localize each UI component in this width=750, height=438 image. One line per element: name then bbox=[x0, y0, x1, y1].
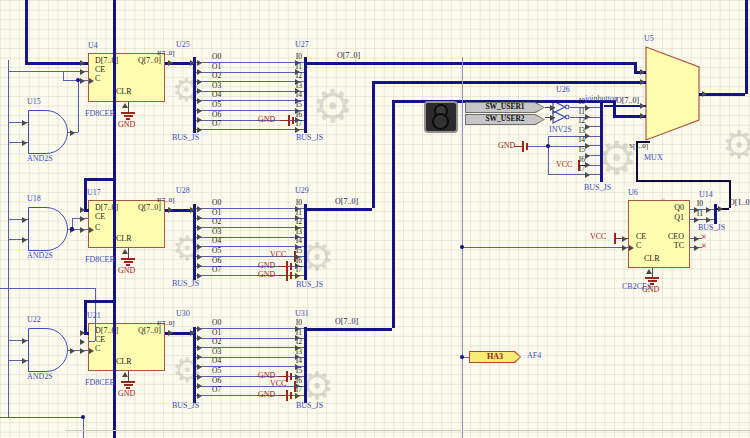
pin-arrow-icon bbox=[295, 127, 300, 133]
bus-splitter-u27[interactable] bbox=[304, 57, 307, 133]
bus-wire[interactable] bbox=[84, 178, 113, 181]
pin-arrow-icon bbox=[122, 372, 128, 377]
pin-arrow-icon bbox=[89, 78, 94, 84]
pin-arrow-icon bbox=[295, 79, 300, 85]
pin-arrow-icon bbox=[550, 115, 555, 121]
pin-label: O3 bbox=[212, 228, 221, 236]
pin-arrow-icon bbox=[585, 105, 590, 111]
wire[interactable] bbox=[63, 71, 64, 80]
bus-wire[interactable] bbox=[392, 100, 395, 328]
wire[interactable] bbox=[78, 80, 79, 132]
bus-pin-label: I[7..0] bbox=[157, 197, 175, 204]
wire[interactable] bbox=[128, 102, 129, 112]
wire[interactable] bbox=[88, 341, 95, 342]
bus-wire[interactable] bbox=[25, 0, 28, 62]
port-sw-user2[interactable]: SW_USER2 bbox=[465, 114, 545, 125]
schematic-canvas[interactable]: U15 AND2S U18 AND2S U22 AND2S U4 D[7..0]… bbox=[0, 0, 750, 438]
pin-label: O7 bbox=[212, 386, 221, 394]
bus-splitter-u29[interactable] bbox=[304, 204, 307, 280]
pin-arrow-icon bbox=[197, 88, 202, 94]
bus-wire[interactable] bbox=[636, 180, 729, 182]
bus-wire[interactable] bbox=[745, 0, 748, 94]
pin-label: O2 bbox=[212, 72, 221, 80]
part-type: BUS_JS bbox=[296, 281, 323, 289]
wire[interactable] bbox=[8, 71, 88, 72]
gnd-label: GND bbox=[258, 271, 275, 279]
wire[interactable] bbox=[128, 371, 129, 381]
bus-wire[interactable] bbox=[372, 81, 375, 208]
pin-arrow-icon bbox=[197, 69, 202, 75]
designator: U17 bbox=[87, 189, 101, 197]
power-symbol-bar bbox=[522, 141, 524, 152]
pin-arrow-icon bbox=[622, 236, 627, 242]
pin-label: CLR bbox=[116, 88, 132, 96]
push-button-image[interactable] bbox=[424, 101, 458, 133]
pin-arrow-icon bbox=[295, 383, 300, 389]
pin-label: I3 bbox=[565, 127, 585, 135]
wire[interactable] bbox=[278, 395, 286, 396]
wire[interactable] bbox=[0, 417, 83, 418]
junction-dot bbox=[460, 245, 464, 249]
designator: U25 bbox=[176, 41, 190, 49]
bus-splitter-u28[interactable] bbox=[193, 204, 196, 280]
wire[interactable] bbox=[196, 129, 304, 130]
wire[interactable] bbox=[83, 417, 84, 438]
pin-arrow-icon bbox=[22, 237, 27, 243]
pin-arrow-icon bbox=[585, 172, 590, 178]
and-gate-u18[interactable] bbox=[28, 207, 68, 251]
bus-wire[interactable] bbox=[113, 0, 116, 438]
wire[interactable] bbox=[128, 248, 129, 258]
pin-label: O4 bbox=[212, 237, 221, 245]
pin-arrow-icon bbox=[197, 254, 202, 260]
bus-wire[interactable] bbox=[307, 62, 634, 65]
pin-arrow-icon bbox=[295, 225, 300, 231]
bus-wire[interactable] bbox=[307, 328, 392, 331]
part-type: BUS_JS bbox=[698, 224, 725, 232]
and-gate-u22[interactable] bbox=[28, 328, 68, 372]
bus-splitter-u14[interactable] bbox=[714, 204, 717, 224]
wire[interactable] bbox=[0, 288, 95, 289]
bus-wire[interactable] bbox=[307, 208, 372, 211]
part-type: BUS_JS bbox=[172, 134, 199, 142]
pin-arrow-icon bbox=[295, 117, 300, 123]
wire[interactable] bbox=[652, 268, 653, 277]
pin-arrow-icon bbox=[22, 338, 27, 344]
bus-wire[interactable] bbox=[84, 300, 113, 303]
pin-label: CE bbox=[95, 213, 105, 221]
pin-arrow-icon bbox=[718, 206, 723, 212]
bus-wire[interactable] bbox=[372, 81, 646, 84]
pin-arrow-icon bbox=[197, 364, 202, 370]
bus-pin-label: I[7..0] bbox=[157, 320, 175, 327]
pin-arrow-icon bbox=[122, 249, 128, 254]
pin-arrow-icon bbox=[197, 335, 202, 341]
pin-arrow-icon bbox=[22, 217, 27, 223]
junction-dot bbox=[76, 78, 80, 82]
pin-label: O1 bbox=[212, 209, 221, 217]
gnd-label: GND bbox=[118, 390, 135, 398]
wire[interactable] bbox=[548, 146, 549, 174]
pin-label: CE bbox=[636, 233, 646, 241]
bus-splitter-u31[interactable] bbox=[304, 327, 307, 403]
wire[interactable] bbox=[548, 174, 588, 175]
pin-arrow-icon bbox=[168, 60, 173, 66]
pin-label: Q[7..0] bbox=[125, 57, 161, 65]
mux-body[interactable] bbox=[644, 45, 702, 143]
pin-label: O1 bbox=[212, 63, 221, 71]
bus-splitter-joinbutton[interactable] bbox=[600, 103, 603, 182]
bus-splitter-u25[interactable] bbox=[193, 57, 196, 133]
wire[interactable] bbox=[65, 430, 750, 431]
junction-dot bbox=[460, 355, 464, 359]
port-sw-user1[interactable]: SW_USER1 bbox=[465, 102, 545, 113]
test-point-flag[interactable]: HA3 bbox=[469, 351, 521, 363]
bus-wire[interactable] bbox=[25, 62, 88, 65]
wire[interactable] bbox=[278, 275, 286, 276]
pin-arrow-icon bbox=[295, 364, 300, 370]
wire[interactable] bbox=[462, 247, 628, 248]
pin-arrow-icon bbox=[22, 358, 27, 364]
pin-arrow-icon bbox=[197, 225, 202, 231]
junction-dot bbox=[81, 415, 85, 419]
pin-label: O4 bbox=[212, 91, 221, 99]
and-gate-u15[interactable] bbox=[28, 110, 68, 154]
designator: U4 bbox=[88, 42, 98, 50]
pin-arrow-icon bbox=[197, 345, 202, 351]
